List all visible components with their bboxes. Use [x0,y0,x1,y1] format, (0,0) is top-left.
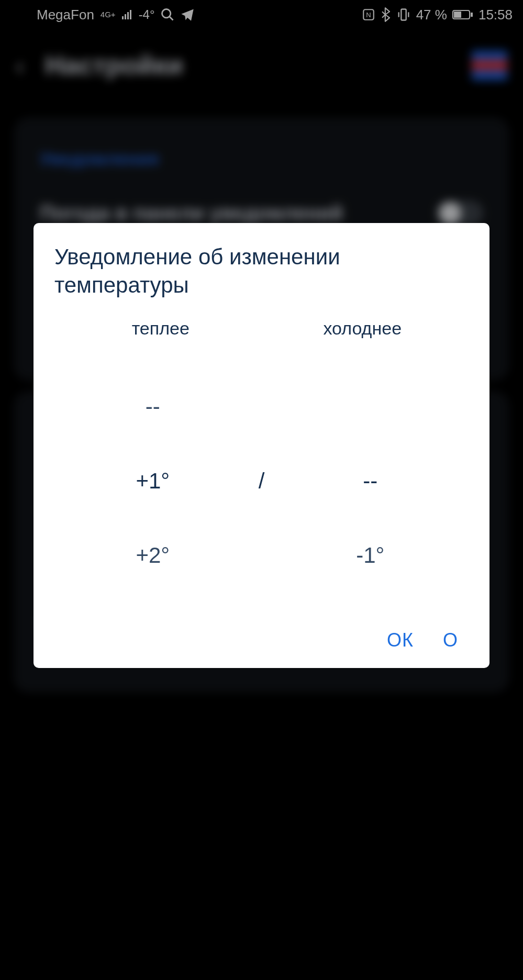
colder-column-label: холоднее [262,318,464,339]
colder-picker[interactable]: -- -1° [272,341,469,621]
picker-separator: / [251,341,272,621]
dialog-title: Уведомление об изменении температуры [54,243,469,299]
warmer-column-label: теплее [60,318,262,339]
colder-option[interactable]: -1° [356,542,384,569]
temperature-change-dialog: Уведомление об изменении температуры теп… [34,223,489,668]
colder-option-selected[interactable]: -- [363,468,377,494]
picker-header: теплее холоднее [54,318,469,339]
warmer-option-selected[interactable]: +1° [136,468,170,494]
warmer-picker[interactable]: -- +1° +2° [54,341,251,621]
cancel-button[interactable]: О [443,629,458,651]
dialog-actions: ОК О [54,621,469,658]
warmer-option[interactable]: -- [146,394,160,420]
ok-button[interactable]: ОК [387,629,414,651]
warmer-option[interactable]: +2° [136,542,170,569]
picker-body: -- +1° +2° / -- -1° [54,341,469,621]
